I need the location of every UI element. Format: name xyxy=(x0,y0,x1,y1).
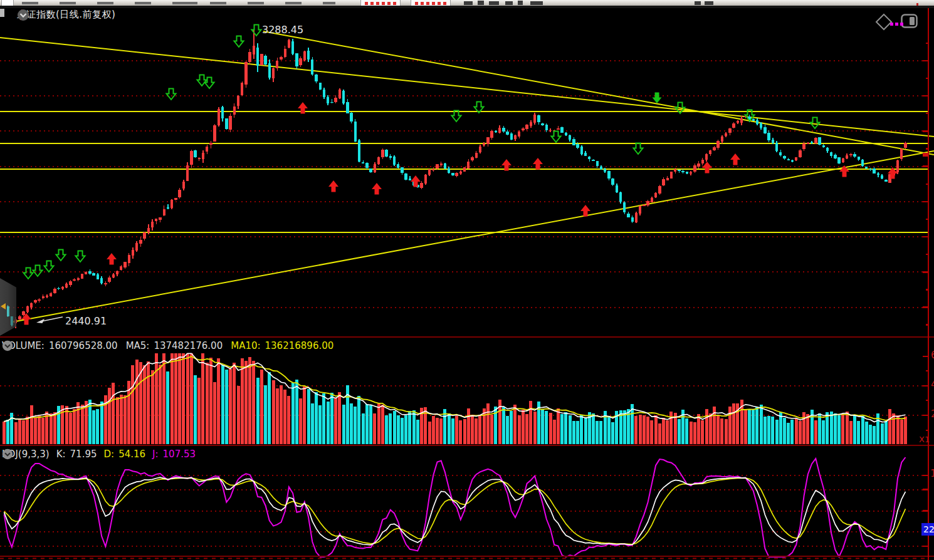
trading-app-window: { "main": { "title": "上证指数(日线.前复权)", "hi… xyxy=(0,0,934,560)
collapse-kdj-chevron-icon[interactable] xyxy=(2,449,13,460)
kdj-j-label: J: xyxy=(152,449,158,460)
kdj-pane[interactable] xyxy=(0,447,928,556)
kdj-d-label: D: xyxy=(104,449,115,460)
menu-red-button-1[interactable] xyxy=(360,0,401,6)
volume-unit-label: X1 xyxy=(919,435,930,444)
chart-title: 上证指数(日线.前复权) xyxy=(17,9,115,21)
peak-price-label: 3288.45 xyxy=(262,24,303,36)
volume-pane[interactable] xyxy=(0,338,928,445)
kdj-axis-label-100: 1 xyxy=(930,467,934,479)
menu-bar[interactable] xyxy=(0,0,934,6)
menu-leftmost-button[interactable] xyxy=(1,0,14,6)
volume-ma5-value: 137482176.00 xyxy=(154,340,223,351)
volume-ma5-label: MA5: xyxy=(126,340,150,351)
kdj-k-value: 71.95 xyxy=(70,449,97,460)
collapse-volume-chevron-icon[interactable] xyxy=(2,340,13,351)
collapse-main-chevron-icon[interactable] xyxy=(17,9,29,21)
kdj-latest-value-badge: 22 xyxy=(921,523,934,536)
volume-axis-label-40: 4 xyxy=(931,379,934,390)
panel-gripper[interactable] xyxy=(0,9,4,17)
volume-ma10-value: 136216896.00 xyxy=(265,340,334,351)
low-price-label: 2440.91 xyxy=(65,315,107,327)
volume-axis-label-20: 2 xyxy=(931,408,934,420)
volume-ma10-label: MA10: xyxy=(231,340,260,351)
menu-bar-divider xyxy=(0,6,934,8)
volume-value: 160796528.00 xyxy=(49,340,118,351)
kdj-j-value: 107.53 xyxy=(163,449,196,460)
left-edge-fold-overlay[interactable] xyxy=(0,278,16,336)
main-chart-pane[interactable] xyxy=(0,8,928,337)
volume-axis-label-60: 6 xyxy=(931,350,934,361)
kdj-k-label: K: xyxy=(56,449,66,460)
menu-red-button-2[interactable] xyxy=(411,0,451,6)
kdj-d-value: 54.16 xyxy=(118,449,145,460)
fold-arrow-icon xyxy=(1,303,6,309)
